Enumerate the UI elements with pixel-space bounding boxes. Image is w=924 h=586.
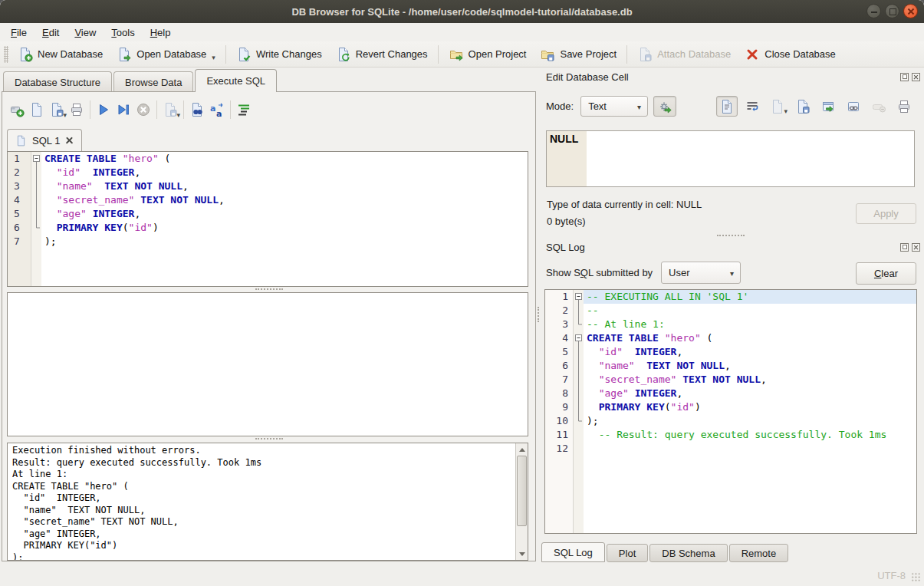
cell-type-info: Type of data currently in cell: NULL [547, 199, 702, 210]
copy-link-button[interactable] [843, 96, 864, 117]
toolbar-separator [626, 45, 627, 64]
cell-size-info: 0 byte(s) [547, 216, 586, 227]
close-database-icon [745, 47, 760, 62]
close-panel-icon[interactable] [912, 73, 920, 81]
stop-execution-button[interactable] [133, 100, 153, 120]
apply-button[interactable]: Apply [856, 203, 916, 224]
dock-tab-plot[interactable]: Plot [607, 544, 648, 562]
new-database-icon [18, 47, 33, 62]
resize-grip-icon[interactable] [911, 572, 921, 582]
cell-value: NULL [550, 133, 578, 145]
open-in-app-button[interactable] [817, 96, 839, 117]
minimize-button[interactable] [866, 4, 881, 18]
write-changes-button[interactable]: Write Changes [229, 44, 329, 65]
sql-log-filter-select[interactable]: User ▾ [661, 262, 741, 284]
new-database-button[interactable]: New Database [11, 44, 110, 65]
replace-button[interactable] [207, 100, 227, 120]
panel-splitter[interactable] [538, 307, 539, 322]
menu-edit[interactable]: Edit [35, 25, 67, 41]
tab-browse-data[interactable]: Browse Data [113, 71, 193, 92]
sql-editor[interactable]: 1CREATE TABLE "hero" (2 "id" INTEGER,3 "… [7, 151, 528, 287]
edit-cell-panel-title: Edit Database Cell [546, 71, 629, 83]
dock-tab-bar: SQL Log Plot DB Schema Remote [541, 542, 788, 562]
import-data-button[interactable]: ▾ [767, 96, 788, 117]
maximize-button[interactable] [885, 4, 899, 18]
sql-document-icon [15, 135, 27, 146]
save-project-button[interactable]: Save Project [533, 44, 623, 65]
execute-sql-pane: ▾ ▾ SQL 1 1CREATE TABLE "hero" (2 "id" I… [2, 91, 536, 561]
dock-tab-db-schema[interactable]: DB Schema [649, 544, 727, 562]
menu-tools[interactable]: Tools [104, 25, 142, 41]
titlebar[interactable]: DB Browser for SQLite - /home/user/code/… [0, 0, 924, 23]
chevron-down-icon[interactable]: ▾ [784, 107, 788, 116]
execution-log[interactable]: Execution finished without errors. Resul… [7, 443, 528, 561]
main-tab-bar: Database Structure Browse Data Execute S… [3, 69, 278, 92]
editor-results-splitter[interactable] [255, 288, 283, 290]
sql-log-editor[interactable]: 1-- EXECUTING ALL IN 'SQL 1'2--3-- At li… [544, 289, 917, 534]
clear-log-button[interactable]: Clear [856, 262, 916, 285]
cell-value-editor[interactable]: NULL [546, 130, 915, 187]
chevron-down-icon[interactable]: ▾ [212, 54, 215, 62]
chevron-down-icon: ▾ [637, 102, 641, 110]
open-database-button[interactable]: Open Database ▾ [110, 44, 222, 65]
chevron-down-icon[interactable]: ▾ [176, 111, 180, 120]
results-pane[interactable] [7, 292, 528, 436]
tab-execute-sql[interactable]: Execute SQL [195, 69, 277, 92]
dock-tab-remote[interactable]: Remote [729, 544, 789, 562]
close-sql-tab-icon[interactable] [65, 137, 74, 145]
format-icon [236, 102, 252, 117]
set-null-button[interactable] [868, 96, 889, 117]
set-null-icon [871, 99, 886, 114]
text-mode-icon [719, 99, 735, 114]
text-mode-button[interactable] [716, 96, 738, 117]
scrollbar-thumb[interactable] [517, 456, 527, 526]
toolbar-separator [438, 45, 439, 64]
tab-database-structure[interactable]: Database Structure [3, 71, 112, 92]
main-toolbar: New Database Open Database ▾ Write Chang… [0, 41, 924, 67]
word-wrap-icon [745, 99, 760, 114]
new-sql-tab-button[interactable] [7, 100, 27, 120]
revert-changes-icon [336, 47, 351, 62]
results-log-splitter[interactable] [255, 438, 283, 440]
float-panel-icon[interactable] [900, 243, 909, 252]
revert-changes-button[interactable]: Revert Changes [329, 44, 435, 65]
float-panel-icon[interactable] [900, 73, 909, 81]
mode-select[interactable]: Text ▾ [580, 96, 648, 117]
scroll-up-icon[interactable] [516, 443, 528, 455]
close-database-button[interactable]: Close Database [738, 44, 843, 65]
menu-file[interactable]: File [3, 25, 35, 41]
auto-format-button[interactable] [234, 100, 254, 120]
print-cell-button[interactable] [893, 96, 915, 117]
export-data-button[interactable] [792, 96, 814, 117]
close-panel-icon[interactable] [912, 243, 920, 252]
execute-line-button[interactable] [113, 100, 133, 120]
find-button[interactable] [187, 100, 207, 120]
toolbar-handle[interactable] [4, 46, 8, 63]
execute-all-icon [96, 102, 111, 117]
print-sql-button[interactable] [67, 100, 87, 120]
window-controls [866, 4, 918, 18]
open-sql-file-button[interactable] [27, 100, 47, 120]
scroll-down-icon[interactable] [516, 548, 528, 560]
attach-database-button[interactable]: Attach Database [630, 44, 738, 65]
menu-help[interactable]: Help [143, 25, 179, 41]
close-window-button[interactable] [903, 4, 918, 18]
import-icon [770, 99, 785, 114]
execute-line-icon [116, 102, 131, 117]
apply-format-button[interactable] [653, 96, 676, 117]
word-wrap-button[interactable] [742, 96, 763, 117]
execution-log-scrollbar[interactable] [515, 443, 528, 560]
execute-all-button[interactable] [94, 100, 113, 120]
chevron-down-icon: ▾ [730, 268, 734, 277]
export-icon [820, 99, 836, 114]
open-project-button[interactable]: Open Project [442, 44, 534, 65]
window-title: DB Browser for SQLite - /home/user/code/… [291, 6, 632, 18]
menu-view[interactable]: View [67, 25, 104, 41]
save-project-icon [540, 47, 555, 62]
save-results-button[interactable]: ▾ [160, 100, 180, 120]
sql-file-tab[interactable]: SQL 1 [7, 129, 82, 151]
cell-log-splitter[interactable] [717, 235, 745, 236]
sql-toolbar: ▾ ▾ [7, 100, 254, 120]
dock-tab-sql-log[interactable]: SQL Log [541, 542, 605, 562]
save-sql-file-button[interactable]: ▾ [47, 100, 67, 120]
